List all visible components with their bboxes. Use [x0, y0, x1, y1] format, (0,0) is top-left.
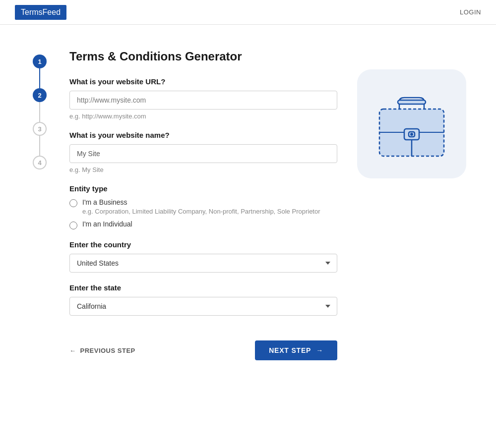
entity-individual-radio[interactable]: [69, 222, 77, 229]
illustration-background: [357, 69, 466, 178]
logo-feed: Feed: [43, 8, 61, 16]
arrow-left-icon: ←: [69, 347, 76, 354]
step-line-1: [39, 68, 40, 88]
entity-individual-option: I'm an Individual: [69, 220, 337, 229]
logo-terms: Terms: [21, 8, 43, 16]
step-4: 4: [33, 156, 47, 169]
svg-rect-1: [398, 100, 426, 104]
next-button-label: NEXT STEP: [269, 346, 311, 354]
url-label: What is your website URL?: [69, 77, 337, 86]
entity-section: Entity type I'm a Business e.g. Corporat…: [69, 184, 337, 229]
header: TermsFeed LOGIN: [0, 0, 496, 25]
url-input[interactable]: [69, 91, 337, 110]
country-select[interactable]: United States Canada United Kingdom Aust…: [69, 254, 337, 273]
step-line-3: [39, 136, 40, 156]
name-section: What is your website name? e.g. My Site: [69, 131, 337, 173]
step-line-2: [39, 102, 40, 122]
state-label: Enter the state: [69, 283, 337, 292]
entity-business-sublabel: e.g. Corporation, Limited Liability Comp…: [82, 208, 320, 215]
login-link[interactable]: LOGIN: [460, 8, 481, 16]
entity-business-option: I'm a Business e.g. Corporation, Limited…: [69, 198, 337, 215]
step-circle-2[interactable]: 2: [33, 88, 47, 102]
country-select-wrapper: United States Canada United Kingdom Aust…: [69, 254, 337, 273]
entity-business-radio[interactable]: [69, 199, 77, 207]
nav-buttons: ← PREVIOUS STEP NEXT STEP →: [69, 331, 337, 360]
step-3: 3: [33, 122, 47, 156]
entity-label: Entity type: [69, 184, 337, 193]
state-select-wrapper: California New York Texas Florida Washin…: [69, 297, 337, 316]
url-hint: e.g. http://www.mysite.com: [69, 112, 337, 120]
entity-individual-label[interactable]: I'm an Individual: [82, 220, 132, 228]
url-section: What is your website URL? e.g. http://ww…: [69, 77, 337, 120]
step-circle-3[interactable]: 3: [33, 122, 47, 136]
state-select[interactable]: California New York Texas Florida Washin…: [69, 297, 337, 316]
stepper: 1 2 3 4: [30, 50, 50, 360]
name-input[interactable]: [69, 144, 337, 163]
prev-button[interactable]: ← PREVIOUS STEP: [69, 347, 135, 354]
country-section: Enter the country United States Canada U…: [69, 240, 337, 273]
svg-point-4: [410, 133, 413, 136]
logo[interactable]: TermsFeed: [15, 5, 66, 20]
arrow-right-icon: →: [316, 346, 323, 354]
illustration-area: [357, 50, 466, 360]
name-label: What is your website name?: [69, 131, 337, 139]
step-circle-1[interactable]: 1: [33, 55, 47, 68]
briefcase-illustration: [372, 87, 451, 161]
page-title: Terms & Conditions Generator: [69, 50, 337, 63]
step-1: 1: [33, 55, 47, 88]
prev-button-label: PREVIOUS STEP: [80, 347, 135, 354]
main-container: 1 2 3 4 Terms & Conditions Generator Wha…: [0, 25, 496, 385]
entity-business-label[interactable]: I'm a Business: [82, 198, 127, 206]
next-button[interactable]: NEXT STEP →: [255, 340, 337, 360]
step-2: 2: [33, 88, 47, 122]
name-hint: e.g. My Site: [69, 166, 337, 173]
state-section: Enter the state California New York Texa…: [69, 283, 337, 316]
country-label: Enter the country: [69, 240, 337, 249]
step-circle-4[interactable]: 4: [33, 156, 47, 169]
form-content: Terms & Conditions Generator What is you…: [69, 50, 337, 360]
